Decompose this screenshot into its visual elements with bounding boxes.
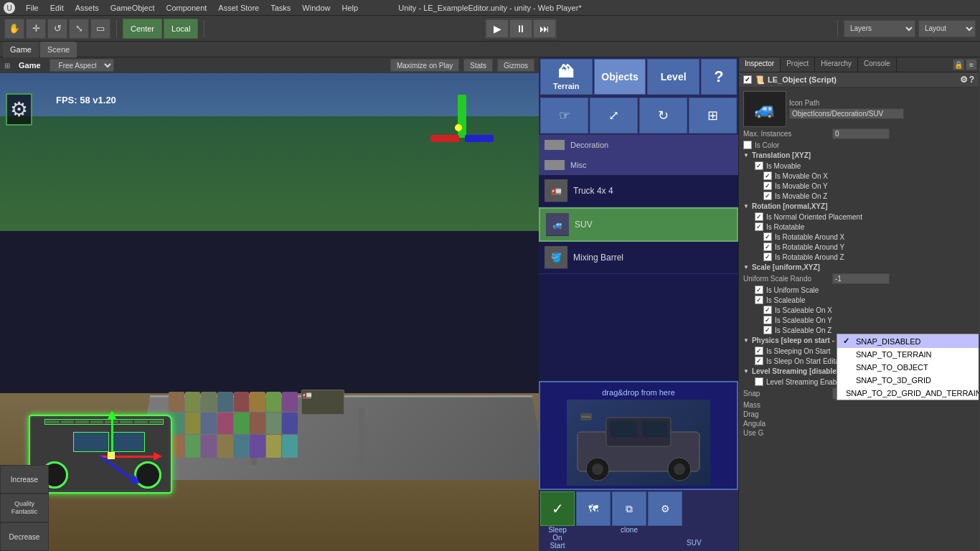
inspector-tab-project[interactable]: Project — [781, 57, 815, 72]
menu-component[interactable]: Component — [160, 0, 212, 16]
le-item-barrel[interactable]: 🪣 Mixing Barrel — [539, 242, 738, 274]
rotate-tool-btn[interactable]: ↺ — [47, 19, 67, 39]
menu-gameobject[interactable]: GameObject — [105, 0, 161, 16]
le-nav-rotate[interactable]: ↻ — [639, 98, 687, 133]
tab-scene[interactable]: Scene — [40, 42, 77, 57]
scaleable-x-checkbox[interactable] — [763, 306, 772, 314]
local-btn[interactable]: Local — [164, 19, 198, 39]
decrease-btn[interactable]: Decrease — [0, 522, 49, 551]
menu-edit[interactable]: Edit — [44, 0, 70, 16]
menu-assetstore[interactable]: Asset Store — [212, 0, 265, 16]
movable-z-checkbox[interactable] — [763, 192, 772, 200]
angular-row: Angula — [743, 419, 974, 428]
tab-game[interactable]: Game — [3, 42, 39, 57]
stats-btn[interactable]: Stats — [463, 59, 493, 72]
svg-rect-10 — [581, 414, 591, 420]
increase-btn[interactable]: Increase — [0, 465, 49, 494]
is-rotatable-checkbox[interactable] — [755, 222, 763, 231]
rotatable-y-checkbox[interactable] — [763, 242, 772, 251]
lock-icon[interactable]: 🔒 — [953, 59, 964, 70]
clone-btn[interactable]: ⧉ — [612, 491, 646, 526]
component-enabled-checkbox[interactable] — [743, 75, 752, 84]
maximize-btn[interactable]: Maximize on Play — [390, 59, 459, 72]
is-movable-row: Is Movable — [743, 161, 974, 171]
uniform-scale-rand-input[interactable] — [832, 273, 890, 284]
menu-help[interactable]: Help — [336, 0, 364, 16]
component-help-icon[interactable]: ? — [969, 75, 974, 85]
is-movable-checkbox[interactable] — [755, 161, 763, 170]
sleep-on-start-btn[interactable]: ✓ — [540, 491, 575, 526]
settings-bottom-btn[interactable]: ⚙ — [648, 491, 682, 526]
le-help-btn[interactable]: ? — [701, 59, 737, 95]
scaleable-y-checkbox[interactable] — [763, 316, 772, 324]
kebab-icon[interactable]: ≡ — [966, 59, 977, 70]
menu-tasks[interactable]: Tasks — [265, 0, 296, 16]
component-settings-icon[interactable]: ⚙ — [960, 75, 968, 85]
menu-window[interactable]: Window — [296, 0, 336, 16]
map-btn[interactable]: 🗺 — [576, 491, 611, 526]
le-object-list[interactable]: Decoration Misc 🚛 Truck 4x 4 🚙 SUV — [539, 135, 738, 381]
le-nav-move[interactable]: ⤢ — [590, 98, 638, 133]
step-btn[interactable]: ⏭ — [533, 19, 556, 38]
layers-dropdown[interactable]: Layers — [844, 20, 915, 37]
rotation-section[interactable]: Rotation [normal,XYZ] — [743, 201, 974, 212]
menu-file[interactable]: File — [20, 0, 44, 16]
le-nav-touch[interactable]: ☞ — [540, 98, 588, 133]
center-btn[interactable]: Center — [123, 19, 162, 39]
inspector-tab-hierarchy[interactable]: Hierarchy — [815, 57, 858, 72]
le-tab-level[interactable]: Level — [647, 59, 699, 95]
scene-game-tab[interactable]: Game — [14, 61, 45, 70]
mass-label: Mass — [743, 401, 829, 409]
le-item-truck[interactable]: 🚛 Truck 4x 4 — [539, 175, 738, 207]
separator-icon — [545, 140, 565, 150]
snap-option-2dgrid-terrain[interactable]: SNAP_TO_2D_GRID_AND_TERRAIN — [837, 387, 979, 400]
le-item-suv[interactable]: 🚙 SUV — [539, 207, 738, 242]
scene-3d: 🚛 — [0, 73, 539, 551]
menu-assets[interactable]: Assets — [70, 0, 105, 16]
clone-group: ⧉ clone — [612, 491, 646, 550]
movable-x-checkbox[interactable] — [763, 171, 772, 180]
is-scaleable-checkbox[interactable] — [755, 296, 763, 304]
is-color-checkbox[interactable] — [743, 141, 752, 149]
suv-selected[interactable] — [29, 393, 179, 494]
inspector-tabs: Inspector Project Hierarchy Console 🔒 ≡ — [739, 57, 979, 72]
is-sleeping-editable-checkbox[interactable] — [755, 357, 763, 365]
level-streaming-enabled-checkbox[interactable] — [755, 377, 763, 386]
component-icon: 📜 — [755, 75, 765, 85]
is-sleeping-checkbox[interactable] — [755, 347, 763, 355]
inspector-tab-inspector[interactable]: Inspector — [739, 57, 781, 72]
suv-icon: 🚙 — [546, 213, 569, 236]
scale-tool-btn[interactable]: ⤡ — [69, 19, 89, 39]
gizmos-btn[interactable]: Gizmos — [497, 59, 534, 72]
snap-option-object[interactable]: SNAP_TO_OBJECT — [837, 361, 979, 374]
is-uniform-scale-checkbox[interactable] — [755, 286, 763, 294]
is-sleeping-label: Is Sleeping On Start — [766, 347, 831, 355]
play-btn[interactable]: ▶ — [486, 19, 509, 38]
le-tab-objects[interactable]: Objects — [594, 59, 646, 95]
move-tool-btn[interactable]: ✛ — [26, 19, 46, 39]
hand-tool-btn[interactable]: ✋ — [4, 19, 24, 39]
rotatable-x-checkbox[interactable] — [763, 232, 772, 241]
translation-section[interactable]: Translation [XYZ] — [743, 150, 974, 161]
layout-dropdown[interactable]: Layout — [918, 20, 976, 37]
scaleable-z-checkbox[interactable] — [763, 326, 772, 334]
scene-toolbar: ⊞ Game Free Aspect Maximize on Play Stat… — [0, 57, 539, 73]
is-color-label: Is Color — [755, 141, 841, 149]
pause-btn[interactable]: ⏸ — [509, 19, 532, 38]
bridge-support2 — [359, 408, 364, 465]
inspector-tab-console[interactable]: Console — [858, 57, 897, 72]
scale-section[interactable]: Scale [uniform,XYZ] — [743, 262, 974, 273]
icon-path-input[interactable] — [789, 108, 904, 119]
rect-tool-btn[interactable]: ▭ — [90, 19, 110, 39]
max-instances-input[interactable] — [832, 128, 890, 139]
rotatable-z-checkbox[interactable] — [763, 253, 772, 261]
le-tab-terrain[interactable]: 🏔 Terrain — [540, 59, 593, 95]
aspect-select[interactable]: Free Aspect — [50, 59, 114, 72]
snap-option-terrain[interactable]: SNAP_TO_TERRAIN — [837, 348, 979, 361]
le-nav-scale[interactable]: ⊞ — [689, 98, 737, 133]
normal-oriented-checkbox[interactable] — [755, 212, 763, 221]
snap-option-disabled[interactable]: ✓ SNAP_DISABLED — [837, 334, 979, 348]
snap-option-3dgrid[interactable]: SNAP_TO_3D_GRID — [837, 374, 979, 387]
drag-drop-label: drag&drop from here — [599, 385, 678, 400]
movable-y-checkbox[interactable] — [763, 182, 772, 190]
